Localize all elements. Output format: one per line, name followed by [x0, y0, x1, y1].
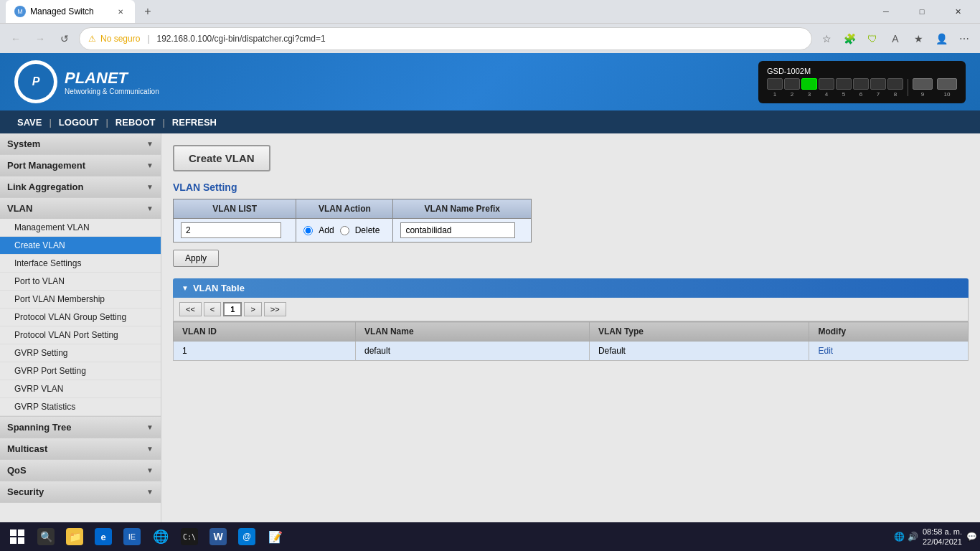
- shield-icon[interactable]: 🛡: [862, 29, 882, 49]
- vlan-action-delete-radio[interactable]: [340, 226, 349, 235]
- port-4[interactable]: [819, 78, 834, 90]
- maximize-button[interactable]: □: [905, 0, 938, 23]
- device-panel: GSD-1002M 1 2 3 4: [758, 61, 966, 103]
- vlan-setting-title: VLAN Setting: [173, 182, 969, 193]
- first-page-button[interactable]: <<: [179, 302, 202, 316]
- word-taskbar-icon: W: [209, 528, 227, 545]
- sidebar-item-protocol-vlan-group[interactable]: Protocol VLAN Group Setting: [0, 309, 161, 326]
- vlan-setting-table: VLAN LIST VLAN Action VLAN Name Prefix: [173, 199, 532, 242]
- sidebar-header-spanning-tree[interactable]: Spanning Tree ▼: [0, 417, 161, 438]
- new-tab-button[interactable]: +: [138, 1, 158, 22]
- vlan-action-add-radio[interactable]: [303, 226, 313, 235]
- star-icon[interactable]: ☆: [816, 29, 837, 49]
- favorites-icon[interactable]: ★: [908, 29, 928, 49]
- sidebar-header-port-management[interactable]: Port Management ▼: [0, 155, 161, 176]
- sidebar-item-gvrp-statistics[interactable]: GVRP Statistics: [0, 398, 161, 416]
- sidebar-arrow-spanning-tree: ▼: [146, 423, 154, 431]
- sidebar-header-vlan[interactable]: VLAN ▼: [0, 198, 161, 219]
- port-3[interactable]: [801, 78, 817, 90]
- taskbar-word[interactable]: W: [204, 524, 232, 550]
- port-2[interactable]: [784, 78, 800, 90]
- sidebar-header-security[interactable]: Security ▼: [0, 481, 161, 502]
- active-tab[interactable]: M Managed Switch ✕: [6, 0, 135, 23]
- sidebar-item-gvrp-setting[interactable]: GVRP Setting: [0, 344, 161, 362]
- volume-tray-icon[interactable]: 🔊: [908, 532, 918, 542]
- sidebar-header-link-aggregation[interactable]: Link Aggregation ▼: [0, 176, 161, 197]
- forward-button[interactable]: →: [30, 29, 50, 49]
- prev-page-button[interactable]: <: [204, 302, 221, 316]
- vlan-setting-section: VLAN Setting VLAN LIST VLAN Action VLAN …: [173, 182, 969, 267]
- tab-close-btn[interactable]: ✕: [115, 6, 126, 17]
- profile-icon[interactable]: 👤: [931, 29, 951, 49]
- collapse-arrow-icon: ▼: [182, 284, 189, 292]
- port-8[interactable]: [887, 78, 903, 90]
- sfp-port-10[interactable]: [937, 78, 957, 90]
- last-page-button[interactable]: >>: [264, 302, 286, 316]
- network-tray-icon[interactable]: 🌐: [894, 532, 905, 542]
- taskbar-search[interactable]: 🔍: [32, 524, 60, 550]
- sidebar-header-multicast[interactable]: Multicast ▼: [0, 438, 161, 459]
- toolbar: SAVE | LOGOUT | REBOOT | REFRESH: [0, 110, 980, 133]
- notification-icon[interactable]: 💬: [966, 532, 977, 542]
- logout-button[interactable]: LOGOUT: [53, 117, 105, 128]
- taskbar-file-explorer[interactable]: 📁: [60, 524, 89, 550]
- save-button[interactable]: SAVE: [11, 117, 47, 128]
- current-page-button[interactable]: 1: [223, 302, 242, 316]
- sidebar-section-port-management-label: Port Management: [7, 160, 85, 171]
- cmd-taskbar-icon: C:\: [181, 528, 198, 545]
- sidebar-item-gvrp-port-setting[interactable]: GVRP Port Setting: [0, 362, 161, 380]
- url-text: 192.168.0.100/cgi-bin/dispatcher.cgi?cmd…: [157, 34, 326, 44]
- taskbar-cmd[interactable]: C:\: [175, 524, 204, 550]
- sfp-port-10-group: 10: [937, 78, 957, 98]
- vlan-list-input[interactable]: [181, 222, 281, 238]
- sidebar-item-interface-settings[interactable]: Interface Settings: [0, 255, 161, 273]
- data-col-vlan-id: VLAN ID: [174, 322, 356, 342]
- refresh-button[interactable]: ↺: [55, 29, 75, 49]
- sidebar-arrow-vlan: ▼: [146, 204, 154, 212]
- next-page-button[interactable]: >: [244, 302, 261, 316]
- sidebar-section-system-label: System: [7, 138, 40, 149]
- minimize-button[interactable]: ─: [870, 0, 903, 23]
- sidebar-arrow-security: ▼: [146, 488, 154, 496]
- taskbar-edge[interactable]: e: [89, 524, 118, 550]
- sidebar-item-port-to-vlan[interactable]: Port to VLAN: [0, 273, 161, 291]
- back-button[interactable]: ←: [6, 29, 26, 49]
- sep-2: |: [104, 117, 109, 128]
- close-button[interactable]: ✕: [941, 0, 974, 23]
- taskbar-outlook[interactable]: @: [232, 524, 261, 550]
- apply-button[interactable]: Apply: [173, 250, 219, 267]
- port-6[interactable]: [853, 78, 869, 90]
- sidebar-item-protocol-vlan-port[interactable]: Protocol VLAN Port Setting: [0, 326, 161, 344]
- vlan-name-prefix-input[interactable]: [400, 222, 515, 238]
- taskbar-clock[interactable]: 08:58 a. m. 22/04/2021: [923, 527, 962, 547]
- sidebar-item-management-vlan[interactable]: Management VLAN: [0, 219, 161, 237]
- sidebar-header-system[interactable]: System ▼: [0, 133, 161, 154]
- tab-title: Managed Switch: [30, 6, 94, 17]
- tab-favicon: M: [14, 6, 26, 17]
- port-5[interactable]: [836, 78, 852, 90]
- vlan-table-section: ▼ VLAN Table << < 1 > >> VLAN ID VLAN Na…: [173, 278, 969, 361]
- taskbar-notes[interactable]: 📝: [261, 524, 290, 550]
- create-vlan-title-button[interactable]: Create VLAN: [173, 145, 270, 171]
- translate-icon[interactable]: A: [885, 29, 905, 49]
- sidebar-item-create-vlan[interactable]: Create VLAN: [0, 237, 161, 255]
- sidebar-header-qos[interactable]: QoS ▼: [0, 460, 161, 481]
- edit-link[interactable]: Edit: [818, 346, 833, 356]
- sfp-port-9[interactable]: [913, 78, 933, 90]
- taskbar-ie[interactable]: IE: [118, 524, 146, 550]
- taskbar-date-text: 22/04/2021: [923, 537, 962, 547]
- logo-inner: P: [18, 64, 54, 100]
- extensions-icon[interactable]: 🧩: [839, 29, 859, 49]
- start-button[interactable]: [3, 522, 32, 551]
- sidebar-item-gvrp-vlan[interactable]: GVRP VLAN: [0, 380, 161, 398]
- port-1[interactable]: [767, 78, 783, 90]
- taskbar-chrome[interactable]: 🌐: [146, 524, 175, 550]
- url-bar[interactable]: ⚠ No seguro | 192.168.0.100/cgi-bin/disp…: [79, 27, 812, 50]
- sidebar-item-port-vlan-membership[interactable]: Port VLAN Membership: [0, 291, 161, 309]
- reboot-button[interactable]: REBOOT: [110, 117, 161, 128]
- refresh-menu-button[interactable]: REFRESH: [166, 117, 222, 128]
- menu-icon[interactable]: ⋯: [954, 29, 974, 49]
- port-7[interactable]: [870, 78, 886, 90]
- port-7-group: 7: [870, 78, 886, 98]
- taskbar-time-text: 08:58 a. m.: [923, 527, 962, 537]
